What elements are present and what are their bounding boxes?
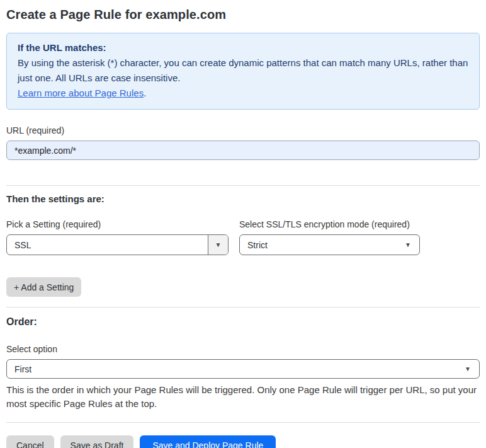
page-title: Create a Page Rule for example.com: [6, 8, 480, 22]
ssl-mode-dropdown[interactable]: Strict ▼: [239, 234, 420, 255]
save-as-draft-button[interactable]: Save as Draft: [60, 435, 134, 448]
cancel-button[interactable]: Cancel: [6, 435, 54, 448]
pick-setting-label: Pick a Setting (required): [6, 219, 229, 229]
info-box-link-line: Learn more about Page Rules.: [18, 86, 468, 101]
order-help-text: This is the order in which your Page Rul…: [6, 383, 477, 411]
save-and-deploy-button[interactable]: Save and Deploy Page Rule: [140, 435, 276, 448]
ssl-mode-value: Strict: [240, 240, 400, 250]
chevron-down-icon: ▼: [460, 366, 479, 372]
info-box-heading: If the URL matches:: [18, 40, 468, 55]
learn-more-link[interactable]: Learn more about Page Rules: [18, 88, 144, 98]
order-section-heading: Order:: [6, 316, 480, 328]
chevron-down-icon[interactable]: ▼: [208, 235, 228, 255]
pick-setting-dropdown[interactable]: SSL ▼: [6, 234, 229, 255]
order-value: First: [7, 364, 460, 374]
form-actions: Cancel Save as Draft Save and Deploy Pag…: [6, 435, 480, 448]
order-select-label: Select option: [6, 344, 480, 354]
order-dropdown[interactable]: First ▼: [6, 359, 480, 379]
info-box-body: By using the asterisk (*) character, you…: [18, 55, 468, 86]
url-input[interactable]: [6, 141, 480, 160]
pick-setting-value: SSL: [7, 240, 208, 250]
ssl-mode-field: Select SSL/TLS encryption mode (required…: [239, 219, 420, 255]
create-page-rule-form: Create a Page Rule for example.com If th…: [0, 8, 486, 448]
add-setting-button[interactable]: + Add a Setting: [6, 277, 81, 297]
divider: [6, 185, 480, 186]
chevron-down-icon: ▼: [400, 242, 419, 248]
pick-setting-field: Pick a Setting (required) SSL ▼: [6, 219, 229, 255]
ssl-mode-label: Select SSL/TLS encryption mode (required…: [239, 219, 420, 229]
settings-section-heading: Then the settings are:: [6, 193, 480, 204]
url-match-info-box: If the URL matches: By using the asteris…: [6, 33, 480, 110]
link-suffix: .: [144, 88, 146, 98]
url-field-label: URL (required): [6, 125, 480, 135]
settings-row: Pick a Setting (required) SSL ▼ Select S…: [6, 219, 480, 255]
divider: [6, 307, 480, 307]
divider: [6, 422, 480, 423]
